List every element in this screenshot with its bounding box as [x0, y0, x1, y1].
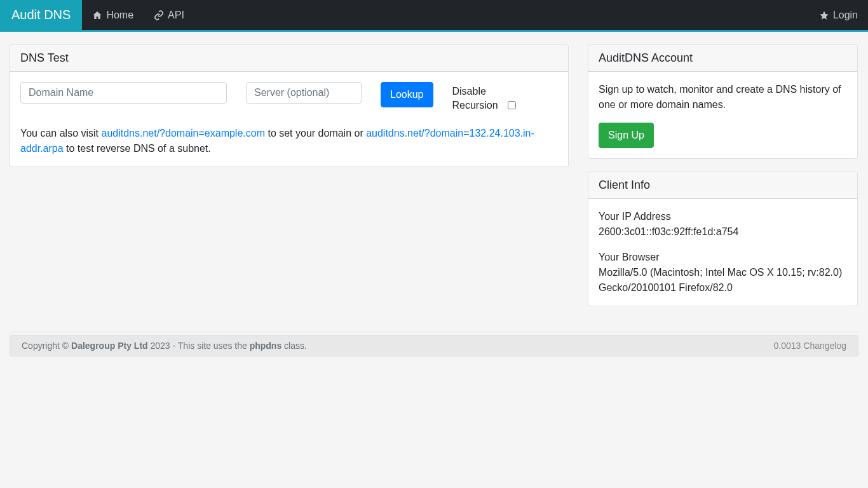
dns-form-row: Lookup Disable Recursion [20, 82, 558, 113]
domain-input[interactable] [20, 82, 227, 104]
footer-company: Dalegroup Pty Ltd [71, 341, 148, 351]
nav-api-label: API [168, 10, 184, 21]
ip-block: Your IP Address 2600:3c01::f03c:92ff:fe1… [599, 209, 847, 240]
help-prefix: You can also visit [20, 128, 101, 139]
footer-timing: 0.0013 [774, 341, 801, 351]
ip-value: 2600:3c01::f03c:92ff:fe1d:a754 [599, 224, 847, 240]
navbar: Audit DNS Home API Login [0, 0, 868, 32]
dns-help-text: You can also visit auditdns.net/?domain=… [20, 126, 558, 156]
footer-wrap: Copyright © Dalegroup Pty Ltd 2023 - Thi… [10, 332, 858, 356]
account-title: AuditDNS Account [588, 45, 857, 72]
nav-home[interactable]: Home [82, 0, 144, 30]
browser-label: Your Browser [599, 250, 847, 265]
dns-test-card: DNS Test Lookup Disable Recursion [10, 44, 569, 167]
browser-value: Mozilla/5.0 (Macintosh; Intel Mac OS X 1… [599, 265, 847, 295]
nav-login[interactable]: Login [809, 0, 868, 30]
dns-test-body: Lookup Disable Recursion You can also vi… [10, 72, 568, 166]
star-icon [819, 10, 829, 20]
account-card: AuditDNS Account Sign up to watch, monit… [588, 44, 858, 159]
dns-test-title: DNS Test [10, 45, 568, 72]
footer-changelog-link[interactable]: Changelog [803, 341, 846, 351]
side-column: AuditDNS Account Sign up to watch, monit… [588, 44, 858, 319]
clientinfo-title: Client Info [588, 172, 857, 199]
home-icon [92, 10, 102, 20]
clientinfo-body: Your IP Address 2600:3c01::f03c:92ff:fe1… [588, 199, 857, 306]
disable-recursion-checkbox[interactable] [508, 101, 516, 109]
copyright-icon: © [62, 341, 69, 351]
main-column: DNS Test Lookup Disable Recursion [10, 44, 569, 319]
nav-home-label: Home [106, 10, 133, 21]
footer-phpdns: phpdns [250, 341, 282, 351]
nav-api[interactable]: API [144, 0, 194, 30]
brand-link[interactable]: Audit DNS [0, 0, 82, 30]
footer-left: Copyright © Dalegroup Pty Ltd 2023 - Thi… [22, 341, 307, 351]
server-input[interactable] [246, 82, 362, 104]
clientinfo-card: Client Info Your IP Address 2600:3c01::f… [588, 172, 858, 306]
lookup-button[interactable]: Lookup [381, 82, 433, 107]
nav-right: Login [809, 0, 868, 30]
footer-class-suffix: class. [281, 341, 307, 351]
footer: Copyright © Dalegroup Pty Ltd 2023 - Thi… [10, 335, 858, 356]
footer-year: 2023 - This site uses the [148, 341, 250, 351]
help-mid: to set your domain or [265, 128, 366, 139]
signup-button[interactable]: Sign Up [599, 123, 654, 148]
copyright-prefix: Copyright [22, 341, 62, 351]
account-desc: Sign up to watch, monitor and create a D… [599, 82, 847, 112]
ip-label: Your IP Address [599, 209, 847, 224]
link-icon [154, 10, 164, 20]
browser-block: Your Browser Mozilla/5.0 (Macintosh; Int… [599, 250, 847, 295]
disable-recursion-label: Disable Recursion [452, 85, 504, 113]
main-container: DNS Test Lookup Disable Recursion [0, 32, 868, 332]
footer-right: 0.0013 Changelog [774, 341, 846, 351]
account-body: Sign up to watch, monitor and create a D… [588, 72, 857, 158]
nav-left: Home API [82, 0, 194, 30]
help-suffix: to test reverse DNS of a subnet. [64, 143, 211, 154]
help-link-domain[interactable]: auditdns.net/?domain=example.com [101, 128, 265, 139]
nav-login-label: Login [833, 10, 858, 21]
